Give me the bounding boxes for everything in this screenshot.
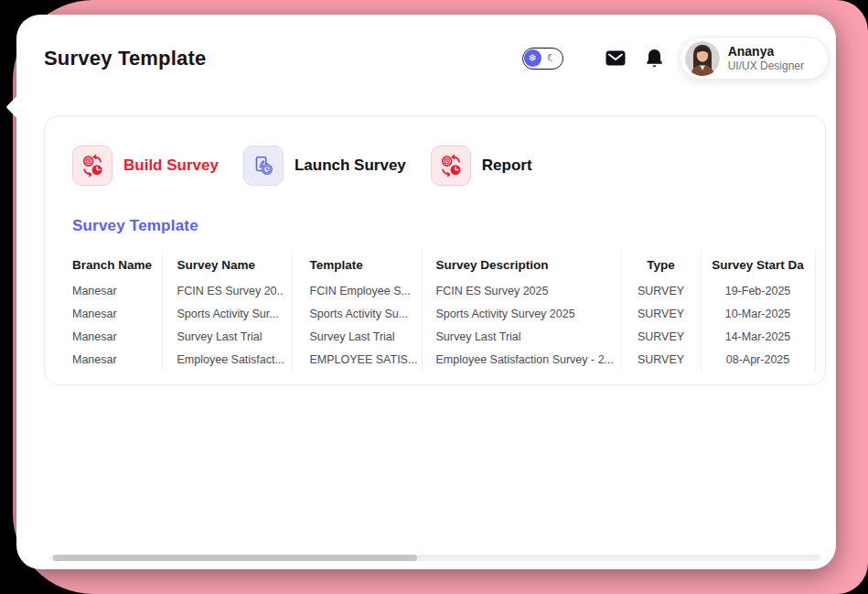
- tab-build-survey-label: Build Survey: [123, 157, 219, 175]
- cell-survey-name: Survey Last Trial: [162, 325, 292, 348]
- tab-launch-survey-label: Launch Survey: [295, 157, 406, 175]
- cell-description: Sports Activity Survey 2025: [422, 302, 621, 325]
- cell-start-date: 14-Mar-2025: [701, 325, 815, 348]
- cell-description: Employee Satisfaction Survey - 2...: [422, 348, 621, 371]
- horizontal-scrollbar-thumb[interactable]: [53, 555, 417, 561]
- cell-type: SURVEY: [621, 279, 701, 302]
- page-title: Survey Template: [44, 47, 206, 70]
- messages-button[interactable]: [605, 50, 626, 66]
- cell-template: EMPLOYEE SATIS...: [292, 348, 422, 371]
- col-survey-name: Survey Name: [162, 250, 292, 279]
- cell-start-date: 10-Mar-2025: [701, 302, 815, 325]
- launch-timer-icon: [243, 146, 284, 186]
- table-row[interactable]: Manesar Sports Activity Sur... Sports Ac…: [45, 302, 827, 325]
- user-info: Ananya UI/UX Designer: [728, 44, 804, 73]
- table-header-row: Branch Name Survey Name Template Survey …: [45, 250, 827, 279]
- cell-type: SURVEY: [621, 302, 701, 325]
- col-survey-description: Survey Description: [422, 250, 621, 279]
- table-row[interactable]: Manesar Survey Last Trial Survey Last Tr…: [45, 325, 827, 348]
- cell-survey-name: Sports Activity Sur...: [162, 302, 292, 325]
- cell-template: Sports Activity Su...: [292, 302, 422, 325]
- cell-branch: Manesar: [45, 302, 162, 325]
- cell-start-date: 08-Apr-2025: [701, 348, 815, 371]
- header-actions: ❄ ☾: [522, 37, 829, 80]
- tab-report-label: Report: [482, 157, 532, 175]
- table-row[interactable]: Manesar FCIN ES Survey 20.. FCIN Employe…: [45, 279, 827, 302]
- cell-description: FCIN ES Survey 2025: [422, 279, 621, 302]
- col-template: Template: [292, 250, 422, 279]
- table-row[interactable]: Manesar Employee Satisfact... EMPLOYEE S…: [45, 348, 827, 371]
- cell-template: Survey Last Trial: [292, 325, 422, 348]
- col-survey-start-date: Survey Start Da: [701, 250, 815, 279]
- horizontal-scrollbar-track[interactable]: [50, 555, 820, 561]
- cell-branch: Manesar: [45, 279, 162, 302]
- cell-template: FCIN Employee S...: [292, 279, 422, 302]
- user-role: UI/UX Designer: [728, 59, 804, 73]
- theme-toggle[interactable]: ❄ ☾: [522, 48, 563, 70]
- survey-tabs: Build Survey Launch Survey: [72, 146, 825, 186]
- avatar: [685, 41, 720, 76]
- light-mode-icon[interactable]: ❄: [524, 49, 541, 67]
- cell-branch: Manesar: [45, 325, 162, 348]
- tab-report[interactable]: Report: [431, 146, 532, 186]
- col-type: Type: [621, 250, 701, 279]
- survey-panel: Build Survey Launch Survey: [44, 115, 826, 385]
- main-card: Survey Template ❄ ☾: [16, 15, 836, 569]
- card-header: Survey Template ❄ ☾: [44, 37, 829, 80]
- col-branch-name: Branch Name: [45, 250, 162, 279]
- cell-type: SURVEY: [621, 348, 701, 371]
- speech-bubble-pointer: [5, 95, 28, 118]
- bell-icon: [646, 49, 663, 69]
- user-name: Ananya: [728, 44, 804, 59]
- tab-launch-survey[interactable]: Launch Survey: [243, 146, 406, 186]
- mail-icon: [605, 50, 626, 66]
- survey-sync-icon: [431, 146, 471, 186]
- cell-start-date: 19-Feb-2025: [701, 279, 815, 302]
- cell-description: Survey Last Trial: [422, 325, 621, 348]
- section-title: Survey Template: [72, 217, 825, 235]
- cell-branch: Manesar: [45, 348, 162, 371]
- cell-survey-name: Employee Satisfact...: [162, 348, 292, 371]
- profile-menu[interactable]: Ananya UI/UX Designer: [680, 37, 829, 80]
- survey-template-table: Branch Name Survey Name Template Survey …: [45, 250, 827, 371]
- cell-survey-name: FCIN ES Survey 20..: [162, 279, 292, 302]
- survey-sync-icon: [72, 146, 113, 186]
- notifications-button[interactable]: [646, 49, 663, 69]
- tab-build-survey[interactable]: Build Survey: [72, 146, 219, 186]
- col-cutoff: [815, 250, 827, 279]
- cell-type: SURVEY: [621, 325, 701, 348]
- dark-mode-icon[interactable]: ☾: [541, 52, 562, 64]
